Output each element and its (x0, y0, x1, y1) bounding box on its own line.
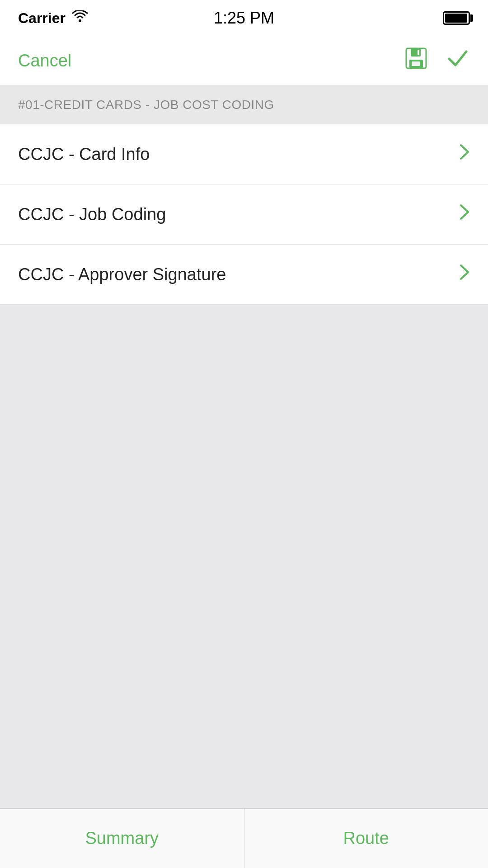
section-header: #01-CREDIT CARDS - JOB COST CODING (0, 86, 488, 124)
cancel-button[interactable]: Cancel (18, 51, 71, 71)
list-container: CCJC - Card Info CCJC - Job Coding CCJC … (0, 124, 488, 305)
save-icon[interactable] (405, 47, 427, 75)
carrier-label: Carrier (18, 10, 66, 27)
status-time: 1:25 PM (214, 9, 274, 28)
chevron-right-icon (459, 203, 470, 225)
svg-point-0 (79, 19, 81, 22)
chevron-right-icon (459, 264, 470, 285)
battery-fill (445, 14, 467, 22)
list-item-label: CCJC - Approver Signature (18, 265, 226, 284)
chevron-right-icon (459, 143, 470, 165)
list-item-card-info[interactable]: CCJC - Card Info (0, 124, 488, 184)
list-item-job-coding[interactable]: CCJC - Job Coding (0, 184, 488, 245)
tab-bar: Summary Route (0, 808, 488, 868)
nav-bar: Cancel (0, 36, 488, 86)
section-title: #01-CREDIT CARDS - JOB COST CODING (18, 98, 274, 112)
svg-rect-5 (418, 50, 419, 55)
tab-route[interactable]: Route (244, 809, 488, 868)
empty-area (0, 305, 488, 808)
nav-actions (405, 46, 470, 76)
svg-rect-4 (412, 61, 420, 66)
battery-icon (443, 11, 470, 25)
list-item-approver-signature[interactable]: CCJC - Approver Signature (0, 245, 488, 305)
main-content: #01-CREDIT CARDS - JOB COST CODING CCJC … (0, 86, 488, 808)
status-left: Carrier (18, 10, 88, 27)
tab-summary-label: Summary (85, 829, 159, 848)
tab-route-label: Route (343, 829, 389, 848)
status-right (443, 11, 470, 25)
tab-summary[interactable]: Summary (0, 809, 244, 868)
status-bar: Carrier 1:25 PM (0, 0, 488, 36)
wifi-icon (72, 10, 88, 26)
list-item-label: CCJC - Card Info (18, 145, 150, 164)
list-item-label: CCJC - Job Coding (18, 205, 166, 224)
check-icon[interactable] (446, 46, 470, 76)
